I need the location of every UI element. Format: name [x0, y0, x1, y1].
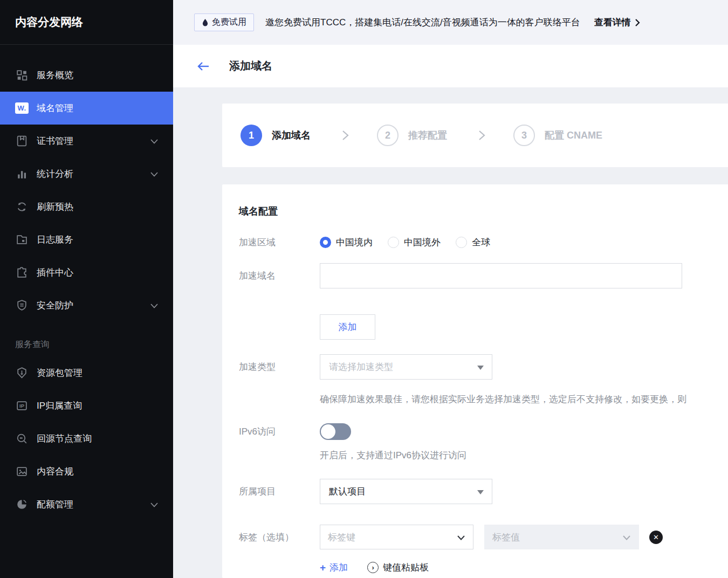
origin-search-icon — [15, 432, 29, 445]
accel-type-label: 加速类型 — [239, 361, 320, 373]
radio-label: 中国境内 — [336, 236, 373, 249]
page-title: 添加域名 — [229, 59, 272, 73]
product-title: 内容分发网络 — [0, 0, 173, 45]
free-trial-badge-label: 免费试用 — [212, 17, 246, 28]
sidebar-item-plugin-center[interactable]: 插件中心 — [0, 256, 173, 289]
step-number: 2 — [377, 125, 399, 146]
accel-domain-row: 加速域名 — [239, 263, 728, 288]
shield-icon — [15, 299, 29, 312]
step-number: 1 — [241, 125, 262, 146]
content-area: 1 添加域名 2 推荐配置 3 配置 CNAME — [173, 87, 728, 578]
project-selected-value: 默认项目 — [329, 485, 366, 498]
grid-icon — [15, 68, 29, 82]
step-add-domain: 1 添加域名 — [241, 125, 311, 146]
tag-value-select[interactable]: 标签值 — [484, 525, 639, 549]
pie-chart-icon — [15, 498, 29, 511]
tag-key-placeholder: 标签键 — [328, 531, 355, 543]
free-trial-badge[interactable]: 免费试用 — [194, 13, 254, 31]
sidebar-section-service-query: 服务查询 — [0, 333, 173, 356]
ipv6-help: 开启后，支持通过IPv6协议进行访问 — [320, 449, 728, 462]
radio-global[interactable]: 全球 — [456, 236, 490, 249]
ipv6-toggle[interactable] — [320, 423, 351, 440]
sidebar-item-resource-packages[interactable]: 资源包管理 — [0, 356, 173, 389]
banner-details-link[interactable]: 查看详情 — [594, 16, 640, 29]
main-area: 免费试用 邀您免费试用TCCC，搭建集电话/在线交流/音视频通话为一体的客户联络… — [173, 0, 728, 578]
step-separator-icon — [342, 130, 349, 141]
key-value-clipboard-label: 键值粘贴板 — [383, 561, 429, 574]
ipv6-label: IPv6访问 — [239, 425, 320, 438]
tags-label: 标签（选填） — [239, 531, 320, 543]
radio-china-mainland[interactable]: 中国境内 — [320, 236, 373, 249]
chevron-right-icon — [635, 18, 640, 27]
sidebar-item-label: 安全防护 — [37, 299, 73, 312]
sidebar-item-statistics[interactable]: 统计分析 — [0, 157, 173, 190]
sidebar-item-label: 证书管理 — [37, 135, 73, 147]
sidebar-item-origin-node-lookup[interactable]: 回源节点查询 — [0, 422, 173, 455]
chevron-down-icon — [150, 499, 158, 510]
sidebar-item-service-overview[interactable]: 服务概览 — [0, 59, 173, 92]
package-icon — [15, 366, 29, 380]
accel-type-row: 加速类型 请选择加速类型 — [239, 354, 728, 380]
sidebar-item-security[interactable]: 安全防护 — [0, 289, 173, 322]
accel-region-row: 加速区域 中国境内 中国境外 全球 — [239, 236, 728, 249]
sidebar-item-label: 内容合规 — [37, 465, 73, 478]
radio-outside-china[interactable]: 中国境外 — [388, 236, 441, 249]
accel-domain-input[interactable] — [320, 263, 682, 288]
project-label: 所属项目 — [239, 485, 320, 498]
sidebar-item-refresh-prefetch[interactable]: 刷新预热 — [0, 190, 173, 223]
tags-row: 标签（选填） 标签键 标签值 ✕ — [239, 525, 728, 549]
caret-down-icon — [477, 366, 484, 370]
step-number: 3 — [513, 125, 535, 146]
accel-type-select[interactable]: 请选择加速类型 — [320, 354, 492, 380]
step-recommended-config: 2 推荐配置 — [377, 125, 447, 146]
ip-badge-icon: IP — [15, 399, 29, 412]
project-select[interactable]: 默认项目 — [320, 479, 492, 504]
back-button[interactable] — [197, 61, 210, 72]
sidebar-item-ip-lookup[interactable]: IP IP归属查询 — [0, 389, 173, 422]
step-label: 添加域名 — [272, 129, 311, 142]
sidebar-item-quota-management[interactable]: 配额管理 — [0, 488, 173, 521]
plus-icon: + — [320, 562, 326, 573]
accel-type-help: 确保障加速效果最佳，请您根据实际业务选择加速类型，选定后不支持修改，如要更换，则 — [320, 393, 728, 405]
sidebar-item-label: 服务概览 — [37, 69, 73, 81]
chevron-down-icon — [150, 169, 158, 180]
toggle-knob — [321, 424, 335, 439]
chevron-down-icon — [150, 300, 158, 311]
back-arrow-icon — [197, 61, 210, 72]
add-domain-button-row: 添加 — [320, 314, 728, 340]
app-window: 内容分发网络 服务概览 W. 域名管理 — [0, 0, 728, 578]
step-label: 配置 CNAME — [545, 129, 602, 142]
sidebar-item-label: 回源节点查询 — [37, 432, 92, 445]
accel-region-options: 中国境内 中国境外 全球 — [320, 236, 490, 249]
domain-config-card: 域名配置 加速区域 中国境内 中国境外 — [222, 184, 728, 578]
project-row: 所属项目 默认项目 — [239, 479, 728, 504]
sidebar-item-content-compliance[interactable]: 内容合规 — [0, 455, 173, 488]
domain-w-icon: W. — [15, 101, 29, 115]
sidebar-item-domain-management[interactable]: W. 域名管理 — [0, 92, 173, 125]
add-domain-button[interactable]: 添加 — [320, 314, 375, 340]
sidebar-item-log-service[interactable]: 日志服务 — [0, 223, 173, 256]
chevron-down-icon — [457, 535, 465, 540]
sidebar-item-label: 日志服务 — [37, 233, 73, 246]
refresh-icon — [15, 200, 29, 214]
sidebar: 内容分发网络 服务概览 W. 域名管理 — [0, 0, 173, 578]
chevron-down-icon — [623, 535, 630, 540]
key-value-clipboard-link[interactable]: › 键值粘贴板 — [367, 561, 429, 574]
tag-actions-row: + 添加 › 键值粘贴板 — [320, 561, 728, 574]
sidebar-item-label: 域名管理 — [37, 102, 73, 114]
bar-chart-icon — [15, 167, 29, 181]
tag-value-placeholder: 标签值 — [492, 531, 520, 543]
add-tag-link[interactable]: + 添加 — [320, 561, 348, 574]
remove-tag-button[interactable]: ✕ — [649, 531, 663, 544]
ipv6-row: IPv6访问 — [239, 423, 728, 440]
tag-key-select[interactable]: 标签键 — [320, 525, 473, 549]
radio-unselected-icon — [456, 237, 467, 248]
sidebar-item-label: 插件中心 — [37, 266, 73, 279]
banner-details-label: 查看详情 — [594, 16, 631, 29]
radio-label: 全球 — [472, 236, 490, 249]
sidebar-item-certificate-management[interactable]: 证书管理 — [0, 125, 173, 157]
circle-arrow-icon: › — [367, 562, 379, 573]
step-configure-cname: 3 配置 CNAME — [513, 125, 602, 146]
promo-banner: 免费试用 邀您免费试用TCCC，搭建集电话/在线交流/音视频通话为一体的客户联络… — [173, 0, 728, 45]
accel-type-placeholder: 请选择加速类型 — [329, 361, 393, 373]
